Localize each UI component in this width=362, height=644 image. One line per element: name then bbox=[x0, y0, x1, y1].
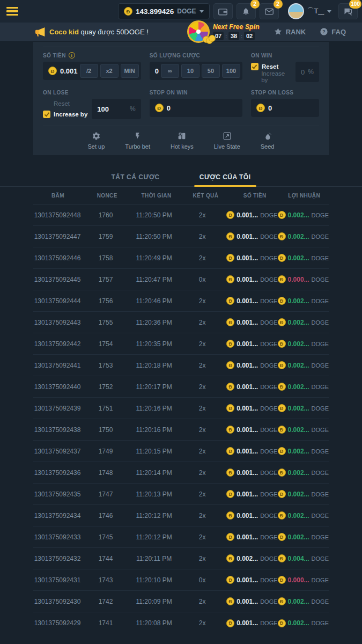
double-bet-button[interactable]: x2 bbox=[100, 64, 119, 78]
cell-nonce: 1741 bbox=[82, 619, 130, 627]
bet-amount-input[interactable]: 0.001 bbox=[60, 67, 78, 75]
table-row[interactable]: 1301375092429 1741 11:20:08 PM 2x 0.001.… bbox=[33, 612, 329, 634]
avatar bbox=[288, 3, 304, 19]
cell-amount: 0.002... DOGE bbox=[226, 554, 277, 562]
on-lose-reset-label[interactable]: Reset bbox=[54, 100, 70, 107]
on-lose-percent-input[interactable]: 100 bbox=[97, 105, 127, 113]
menu-button[interactable] bbox=[6, 3, 25, 19]
announcement-bar: Coco kid quay được 50DOGE ! Next Free Sp… bbox=[0, 23, 362, 41]
table-row[interactable]: 1301375092445 1757 11:20:47 PM 0x 0.001.… bbox=[33, 269, 329, 290]
cell-time: 11:20:50 PM bbox=[130, 233, 178, 240]
table-row[interactable]: 1301375092448 1760 11:20:50 PM 2x 0.001.… bbox=[33, 204, 329, 226]
cell-profit: 0.002... DOGE bbox=[278, 318, 329, 326]
megaphone-icon bbox=[34, 27, 46, 37]
doge-coin-icon bbox=[226, 533, 234, 541]
doge-coin-icon bbox=[278, 426, 286, 434]
on-lose-percent-suffix: % bbox=[130, 105, 136, 113]
seed-button[interactable]: Seed bbox=[261, 131, 275, 150]
setup-button[interactable]: Set up bbox=[88, 131, 105, 150]
faq-link[interactable]: ? FAQ bbox=[320, 27, 346, 36]
table-row[interactable]: 1301375092439 1751 11:20:16 PM 2x 0.001.… bbox=[33, 398, 329, 419]
info-icon[interactable]: i bbox=[69, 52, 75, 58]
table-row[interactable]: 1301375092431 1743 11:20:10 PM 0x 0.001.… bbox=[33, 569, 329, 591]
stop-on-win-input[interactable]: 0 bbox=[167, 104, 240, 112]
bets-100-button[interactable]: 100 bbox=[222, 64, 240, 78]
rank-link[interactable]: RANK bbox=[274, 27, 306, 36]
cell-nonce: 1750 bbox=[82, 426, 130, 434]
user-menu[interactable]: ⌒T‿ bbox=[288, 3, 331, 19]
cell-hash: 1301375092444 bbox=[33, 297, 82, 305]
bet-count-label: SỐ LƯỢNG CƯỢC bbox=[150, 53, 200, 58]
on-win-percent-suffix: % bbox=[308, 68, 314, 76]
notifications-button[interactable]: 2 bbox=[237, 3, 256, 19]
table-row[interactable]: 1301375092447 1759 11:20:50 PM 2x 0.001.… bbox=[33, 226, 329, 247]
free-spin-label: Next Free Spin bbox=[213, 23, 260, 31]
cell-profit: 0.002... DOGE bbox=[278, 232, 329, 240]
on-win-increase-label[interactable]: Increase by bbox=[261, 70, 291, 83]
cell-nonce: 1746 bbox=[82, 512, 130, 519]
cell-hash: 1301375092436 bbox=[33, 469, 82, 477]
cell-time: 11:20:13 PM bbox=[130, 491, 178, 498]
bet-panel: SỐ TIỀNi 0.001 /2 x2 MIN SỐ LƯỢNG CƯỢC 0… bbox=[33, 42, 329, 155]
table-row[interactable]: 1301375092438 1750 11:20:16 PM 2x 0.001.… bbox=[33, 419, 329, 441]
on-lose-increase-checkbox[interactable] bbox=[43, 111, 50, 118]
cell-amount: 0.001... DOGE bbox=[226, 232, 277, 240]
table-row[interactable]: 1301375092443 1755 11:20:36 PM 2x 0.001.… bbox=[33, 312, 329, 333]
table-header: BĂM NONCE THỜI GIAN KẾT QUẢ SỐ TIỀN LỢI … bbox=[33, 187, 329, 204]
cell-hash: 1301375092439 bbox=[33, 405, 82, 412]
bets-50-button[interactable]: 50 bbox=[202, 64, 220, 78]
table-row[interactable]: 1301375092441 1753 11:20:18 PM 2x 0.001.… bbox=[33, 355, 329, 376]
table-row[interactable]: 1301375092435 1747 11:20:13 PM 2x 0.001.… bbox=[33, 484, 329, 505]
cell-result: 2x bbox=[178, 512, 226, 519]
cell-nonce: 1744 bbox=[82, 555, 130, 562]
bet-count-input[interactable]: 0 bbox=[155, 67, 159, 75]
free-spin-widget[interactable]: Next Free Spin 07: 38: 02 bbox=[187, 23, 260, 41]
table-row[interactable]: 1301375092437 1749 11:20:15 PM 2x 0.001.… bbox=[33, 441, 329, 462]
cell-amount: 0.001... DOGE bbox=[226, 490, 277, 498]
table-row[interactable]: 1301375092433 1745 11:20:12 PM 2x 0.001.… bbox=[33, 526, 329, 548]
table-row[interactable]: 1301375092442 1754 11:20:35 PM 2x 0.001.… bbox=[33, 333, 329, 355]
messages-button[interactable]: 2 bbox=[260, 3, 279, 19]
doge-coin-icon bbox=[226, 404, 234, 412]
cell-time: 11:20:35 PM bbox=[130, 340, 178, 348]
tab-all-bets[interactable]: TẤT CẢ CƯỢC bbox=[104, 169, 167, 186]
on-win-reset-label[interactable]: Reset bbox=[262, 63, 278, 70]
table-row[interactable]: 1301375092432 1744 11:20:11 PM 2x 0.002.… bbox=[33, 548, 329, 569]
on-win-reset-checkbox[interactable] bbox=[251, 63, 258, 70]
cell-result: 2x bbox=[178, 254, 226, 262]
balance-dropdown[interactable]: 143.899426 DOGE bbox=[118, 3, 210, 19]
stop-on-win-field: STOP ON WIN 0 bbox=[150, 89, 242, 119]
on-win-percent-input[interactable]: 0 bbox=[301, 68, 305, 76]
doge-coin-icon bbox=[226, 318, 234, 326]
hot-keys-button[interactable]: Hot keys bbox=[171, 131, 194, 150]
wallet-button[interactable] bbox=[213, 3, 233, 19]
cell-nonce: 1745 bbox=[82, 533, 130, 541]
turbo-bet-button[interactable]: Turbo bet bbox=[125, 131, 150, 150]
min-bet-button[interactable]: MIN bbox=[121, 64, 139, 78]
cell-result: 2x bbox=[178, 555, 226, 562]
table-row[interactable]: 1301375092436 1748 11:20:14 PM 2x 0.001.… bbox=[33, 462, 329, 484]
table-row[interactable]: 1301375092434 1746 11:20:12 PM 2x 0.001.… bbox=[33, 505, 329, 526]
table-row[interactable]: 1301375092440 1752 11:20:17 PM 2x 0.001.… bbox=[33, 376, 329, 398]
stop-on-loss-input[interactable]: 0 bbox=[268, 104, 317, 112]
table-row[interactable]: 1301375092430 1742 11:20:09 PM 2x 0.001.… bbox=[33, 591, 329, 612]
half-bet-button[interactable]: /2 bbox=[80, 64, 98, 78]
tab-my-bets[interactable]: CƯỢC CỦA TÔI bbox=[192, 169, 258, 186]
chat-button[interactable]: 100 bbox=[338, 3, 358, 19]
doge-coin-icon bbox=[226, 511, 234, 519]
cell-result: 2x bbox=[178, 233, 226, 240]
cell-profit: 0.002... DOGE bbox=[278, 297, 329, 305]
table-row[interactable]: 1301375092444 1756 11:20:46 PM 2x 0.001.… bbox=[33, 290, 329, 312]
cell-result: 2x bbox=[178, 297, 226, 305]
cell-amount: 0.001... DOGE bbox=[226, 275, 277, 283]
doge-coin-icon bbox=[226, 619, 234, 627]
table-row[interactable]: 1301375092446 1758 11:20:49 PM 2x 0.001.… bbox=[33, 247, 329, 269]
cell-time: 11:20:46 PM bbox=[130, 297, 178, 305]
cell-profit: 0.002... DOGE bbox=[278, 340, 329, 348]
panel-divider bbox=[43, 47, 319, 47]
live-state-button[interactable]: Live State bbox=[214, 131, 240, 150]
on-lose-increase-label[interactable]: Increase by bbox=[54, 111, 87, 118]
bets-10-button[interactable]: 10 bbox=[181, 64, 200, 78]
infinite-bets-button[interactable]: ∞ bbox=[161, 64, 179, 78]
cell-time: 11:20:49 PM bbox=[130, 254, 178, 262]
